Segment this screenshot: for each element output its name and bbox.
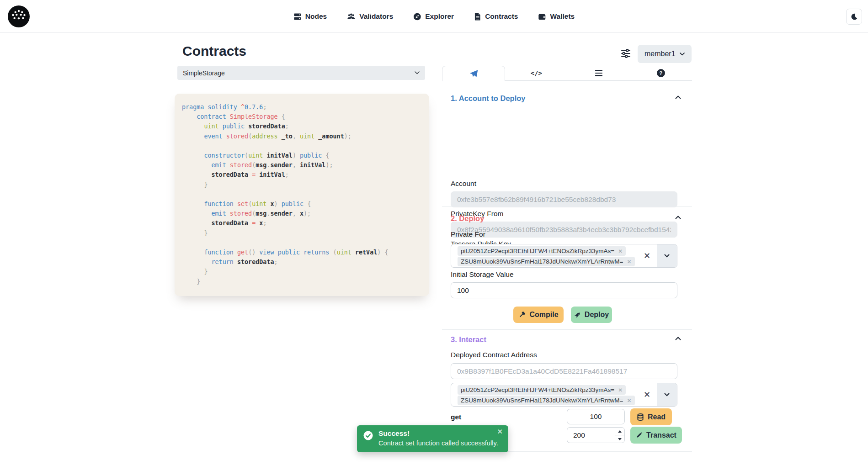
database-icon [637, 413, 644, 421]
pencil-icon [636, 432, 643, 439]
page-title: Contracts [182, 43, 246, 59]
deployed-address-input[interactable] [451, 363, 677, 379]
tab-help[interactable]: ? [630, 66, 692, 80]
chevron-up-icon [675, 337, 681, 340]
remove-tag-icon[interactable]: ✕ [618, 387, 623, 393]
app-canvas: Nodes Validators Explorer Contracts Wall… [0, 0, 868, 476]
section-deploy-header[interactable]: 2. Deploy [451, 214, 681, 224]
people-icon [347, 13, 355, 21]
solidity-code: pragma solidity ^0.7.6; contract SimpleS… [182, 102, 426, 286]
tag: piU2051ZcP2ecpt3REthHJFW4+tENOsZikRpz33y… [458, 385, 626, 395]
tag-text: piU2051ZcP2ecpt3REthHJFW4+tENOsZikRpz33y… [461, 248, 614, 254]
compile-label: Compile [529, 311, 558, 319]
tab-deploy[interactable] [442, 66, 505, 81]
compile-button[interactable]: Compile [513, 307, 564, 323]
number-spinner [615, 428, 624, 443]
dropdown-caret[interactable] [657, 244, 677, 267]
read-label: Read [648, 413, 666, 421]
settings-sliders-icon[interactable] [621, 48, 631, 58]
tab-list[interactable] [568, 66, 630, 80]
file-icon [474, 13, 481, 21]
tag: ZSU8mUuok39VuSnsFmHal178JdUNekw/XmYLArRn… [458, 257, 635, 266]
chevron-up-icon [675, 216, 681, 219]
server-icon [293, 13, 301, 21]
account-label: Account [451, 180, 476, 188]
nav-item-explorer[interactable]: Explorer [413, 12, 454, 21]
read-button[interactable]: Read [630, 408, 672, 425]
member-select-button[interactable]: member1 [638, 45, 692, 63]
get-function-label: get [451, 413, 461, 421]
chevron-down-icon [415, 71, 420, 74]
deploy-button[interactable]: Deploy [571, 307, 612, 323]
clear-all-icon[interactable]: ✕ [644, 252, 650, 260]
toast-message: Contract set function called successfull… [378, 439, 498, 447]
set-value-stepper [567, 427, 625, 443]
nav-label: Contracts [485, 12, 518, 21]
contract-select[interactable]: SimpleStorage [177, 66, 425, 80]
section-divider [442, 329, 692, 330]
app-logo-icon[interactable] [7, 5, 30, 28]
spinner-up-button[interactable] [615, 428, 624, 435]
nav-label: Nodes [305, 12, 327, 21]
private-for-label: Private For [451, 230, 485, 238]
clear-all-icon[interactable]: ✕ [644, 391, 650, 399]
nav-item-nodes[interactable]: Nodes [293, 12, 327, 21]
nav-label: Validators [359, 12, 393, 21]
section-title: 1. Account to Deploy [451, 94, 526, 102]
contract-source-card: pragma solidity ^0.7.6; contract SimpleS… [175, 94, 429, 296]
account-input [451, 191, 677, 207]
chevron-up-icon [675, 95, 681, 99]
selected-tags: piU2051ZcP2ecpt3REthHJFW4+tENOsZikRpz33y… [458, 246, 635, 266]
initial-storage-label: Initial Storage Value [451, 270, 514, 279]
nav-label: Wallets [550, 12, 575, 21]
rocket-icon [574, 312, 581, 318]
nav-item-validators[interactable]: Validators [347, 12, 393, 21]
deploy-label: Deploy [585, 311, 609, 319]
paper-plane-icon [469, 69, 478, 78]
get-result-input[interactable] [567, 409, 625, 424]
interact-private-for-multiselect[interactable]: piU2051ZcP2ecpt3REthHJFW4+tENOsZikRpz33y… [451, 383, 677, 407]
compass-icon [413, 13, 421, 21]
dropdown-caret[interactable] [657, 383, 677, 406]
dark-mode-toggle[interactable] [846, 9, 862, 25]
nav-label: Explorer [425, 12, 454, 21]
tag-text: piU2051ZcP2ecpt3REthHJFW4+tENOsZikRpz33y… [461, 386, 614, 393]
code-icon: </> [531, 69, 542, 77]
nav-item-wallets[interactable]: Wallets [538, 12, 575, 21]
tag-text: ZSU8mUuok39VuSnsFmHal178JdUNekw/XmYLArRn… [461, 397, 623, 404]
tab-source[interactable]: </> [505, 66, 567, 80]
chevron-down-icon [680, 53, 685, 56]
navbar: Nodes Validators Explorer Contracts Wall… [0, 0, 868, 33]
tag: piU2051ZcP2ecpt3REthHJFW4+tENOsZikRpz33y… [458, 246, 626, 256]
section-divider [442, 206, 692, 207]
private-for-multiselect[interactable]: piU2051ZcP2ecpt3REthHJFW4+tENOsZikRpz33y… [451, 244, 677, 268]
main-nav: Nodes Validators Explorer Contracts Wall… [293, 0, 575, 33]
section-account-to-deploy-header[interactable]: 1. Account to Deploy [451, 94, 681, 104]
moon-icon [850, 13, 858, 21]
section-interact-header[interactable]: 3. Interact [451, 335, 681, 345]
chevron-down-icon [664, 254, 670, 258]
remove-tag-icon[interactable]: ✕ [627, 259, 632, 264]
hammer-icon [518, 311, 526, 318]
tag-text: ZSU8mUuok39VuSnsFmHal178JdUNekw/XmYLArRn… [461, 258, 623, 265]
check-circle-icon [363, 431, 373, 440]
close-icon[interactable]: ✕ [497, 428, 503, 436]
help-icon: ? [657, 69, 665, 77]
tag: ZSU8mUuok39VuSnsFmHal178JdUNekw/XmYLArRn… [458, 396, 635, 405]
list-icon [595, 70, 602, 76]
transact-button[interactable]: Transact [630, 427, 682, 444]
section-title: 2. Deploy [451, 214, 484, 222]
toast-title: Success! [378, 429, 410, 438]
initial-storage-input[interactable] [451, 282, 677, 298]
remove-tag-icon[interactable]: ✕ [618, 249, 623, 254]
remove-tag-icon[interactable]: ✕ [627, 398, 632, 403]
selected-tags: piU2051ZcP2ecpt3REthHJFW4+tENOsZikRpz33y… [458, 385, 635, 405]
transact-label: Transact [646, 431, 676, 439]
spinner-down-button[interactable] [615, 435, 624, 443]
chevron-down-icon [664, 393, 670, 397]
nav-item-contracts[interactable]: Contracts [474, 12, 518, 21]
contract-select-value: SimpleStorage [183, 69, 225, 77]
success-toast: Success! Contract set function called su… [357, 425, 508, 452]
contract-actions-panel: </> ? 1. Account to Deploy Account Priva… [442, 66, 692, 452]
wallet-icon [538, 13, 546, 20]
